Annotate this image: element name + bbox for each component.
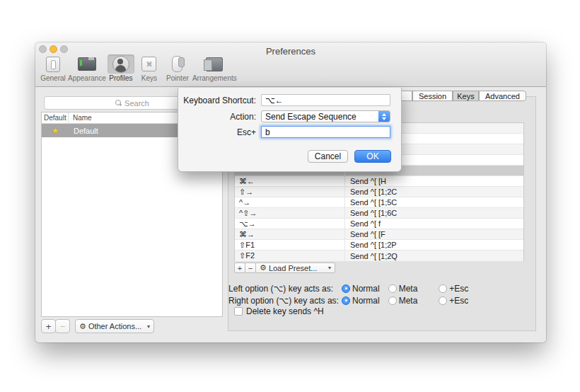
radio-option-normal[interactable]: Normal: [342, 284, 380, 294]
person-icon: [112, 56, 129, 73]
keyboard-shortcut-label: Keyboard Shortcut:: [178, 96, 261, 105]
table-row[interactable]: ⇧F2Send ^[ [1;2Q: [235, 250, 523, 261]
gear-icon: ⚙: [79, 322, 86, 331]
search-placeholder: Search: [124, 99, 149, 108]
radio-label: Normal: [352, 284, 380, 294]
radio-button[interactable]: [388, 296, 397, 305]
remove-mapping-button[interactable]: −: [245, 263, 256, 273]
key-combo-cell: ⌥→: [235, 219, 345, 229]
tab-session[interactable]: Session: [412, 91, 453, 101]
gear-icon: ⚙: [260, 263, 267, 272]
key-combo-cell: ⌘→: [235, 229, 345, 239]
column-header-name: Name: [69, 114, 92, 122]
preferences-window: Preferences General Appearance Profiles …: [35, 42, 546, 342]
ok-button[interactable]: OK: [354, 150, 391, 163]
search-icon: [115, 100, 122, 106]
command-key-icon: ⌘: [141, 57, 156, 71]
action-cell: Send ^[ [1;6C: [345, 209, 397, 217]
window-arrangement-icon: [206, 57, 223, 71]
action-cell: Send ^[ [1;5C: [345, 198, 397, 207]
load-preset-button[interactable]: ⚙ Load Preset... ▾: [255, 263, 335, 273]
chevron-down-icon: ▾: [328, 265, 331, 271]
key-combo-cell: ⇧→: [235, 187, 345, 197]
other-actions-button[interactable]: ⚙ Other Actions... ▾: [75, 319, 154, 333]
table-row[interactable]: ⌘←Send ^[ [H: [235, 176, 523, 187]
radio-label: Normal: [352, 296, 380, 306]
toolbar-item-keys[interactable]: ⌘ Keys: [136, 54, 163, 82]
table-row[interactable]: ⌘→Send ^[ [F: [235, 229, 523, 240]
table-row[interactable]: ^⇧→Send ^[ [1;6C: [235, 208, 523, 219]
option-key-row: Right option (⌥) key acts as:NormalMeta+…: [228, 295, 537, 306]
cancel-button[interactable]: Cancel: [308, 150, 348, 163]
radio-option-normal[interactable]: Normal: [342, 296, 380, 306]
radio-button[interactable]: [439, 284, 447, 293]
edit-key-mapping-sheet: Keyboard Shortcut: Action: Send Escape S…: [178, 88, 402, 172]
option-key-settings: Left option (⌥) key acts as:NormalMeta+E…: [228, 283, 537, 307]
table-row[interactable]: ⇧F1Send ^[ [1;2P: [235, 240, 523, 250]
option-key-row: Left option (⌥) key acts as:NormalMeta+E…: [228, 283, 537, 294]
titlebar: Preferences General Appearance Profiles …: [35, 42, 546, 87]
table-row[interactable]: ^→Send ^[ [1;5C: [235, 197, 523, 208]
popup-stepper-icon: [378, 111, 390, 122]
radio-button[interactable]: [342, 284, 350, 293]
delete-key-checkbox[interactable]: [234, 307, 243, 316]
key-table-footer: + − ⚙ Load Preset... ▾: [234, 263, 335, 273]
action-label: Action:: [178, 112, 261, 122]
key-combo-cell: ⇧F1: [235, 240, 345, 250]
add-mapping-button[interactable]: +: [234, 263, 245, 273]
toolbar-item-arrangements[interactable]: Arrangements: [192, 54, 237, 82]
action-cell: Send ^[ [H: [345, 177, 386, 185]
add-profile-button[interactable]: +: [41, 319, 56, 333]
radio-option-esc[interactable]: +Esc: [439, 284, 468, 294]
key-combo-cell: ^⇧→: [235, 208, 345, 218]
radio-option-esc[interactable]: +Esc: [439, 296, 468, 306]
screenshot-canvas: { "window": { "title": "Preferences" }, …: [0, 0, 580, 392]
radio-option-meta[interactable]: Meta: [388, 296, 418, 306]
radio-option-meta[interactable]: Meta: [388, 284, 418, 294]
radio-label: +Esc: [449, 296, 468, 306]
appearance-window-icon: [78, 57, 96, 71]
toolbar-item-appearance[interactable]: Appearance: [68, 54, 106, 82]
action-popup[interactable]: Send Escape Sequence: [261, 110, 390, 122]
remove-profile-button[interactable]: −: [55, 319, 70, 333]
esc-plus-label: Esc+: [178, 127, 261, 137]
toolbar-item-pointer[interactable]: Pointer: [164, 54, 191, 82]
action-cell: Send ^[ [1;2P: [345, 241, 397, 249]
radio-button[interactable]: [342, 296, 350, 305]
key-combo-cell: ⌘←: [235, 176, 345, 186]
tab-keys[interactable]: Keys: [453, 91, 479, 101]
action-cell: Send ^[ [F: [345, 230, 385, 238]
column-header-default: Default: [42, 113, 69, 123]
key-combo-cell: ^→: [235, 197, 345, 207]
light-switch-icon: [46, 57, 60, 72]
toolbar: General Appearance Profiles ⌘ Keys Point…: [40, 54, 238, 82]
sidebar-footer: + − ⚙ Other Actions... ▾: [41, 319, 154, 333]
star-icon: ★: [42, 126, 69, 135]
keyboard-shortcut-field[interactable]: [261, 94, 390, 106]
radio-button[interactable]: [388, 284, 397, 293]
chevron-down-icon: ▾: [147, 323, 150, 330]
mouse-icon: [172, 56, 182, 72]
action-cell: Send ^[ [1;2C: [345, 188, 397, 196]
table-row[interactable]: ⌥→Send ^[ f: [235, 219, 523, 229]
option-key-label: Left option (⌥) key acts as:: [228, 284, 333, 294]
delete-key-row: Delete key sends ^H: [234, 306, 324, 316]
radio-button[interactable]: [439, 296, 447, 305]
action-cell: Send ^[ f: [345, 219, 381, 228]
profile-name: Default: [69, 127, 98, 135]
radio-label: Meta: [399, 296, 418, 306]
table-row[interactable]: ⇧→Send ^[ [1;2C: [235, 187, 523, 197]
esc-sequence-field[interactable]: [261, 126, 390, 138]
option-key-label: Right option (⌥) key acts as:: [228, 296, 333, 306]
delete-key-label: Delete key sends ^H: [246, 306, 324, 316]
toolbar-item-general[interactable]: General: [40, 54, 66, 82]
tab-advanced[interactable]: Advanced: [479, 91, 526, 101]
key-combo-cell: ⇧F2: [235, 250, 345, 261]
radio-label: +Esc: [449, 284, 468, 294]
toolbar-item-profiles[interactable]: Profiles: [108, 54, 134, 82]
radio-label: Meta: [399, 284, 418, 294]
action-cell: Send ^[ [1;2Q: [345, 252, 398, 260]
